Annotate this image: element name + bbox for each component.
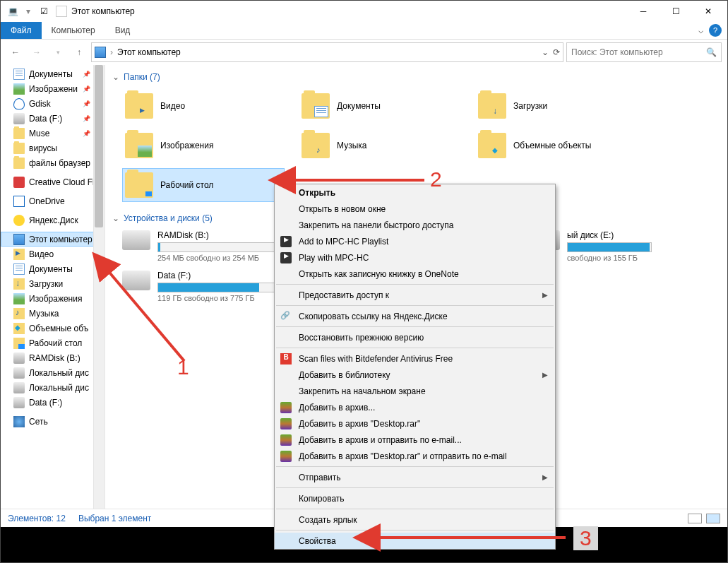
- video-icon: [13, 249, 25, 260]
- context-menu-item[interactable]: BScan files with Bitdefender Antivirus F…: [275, 350, 555, 367]
- folder-item[interactable]: Видео: [122, 89, 285, 123]
- drive-free-text: 119 ГБ свободно из 775 ГБ: [157, 294, 278, 302]
- chevron-down-icon: ⌄: [112, 213, 119, 223]
- up-button[interactable]: ↑: [70, 43, 88, 61]
- tab-view[interactable]: Вид: [105, 22, 141, 39]
- view-tiles-button[interactable]: [706, 514, 720, 523]
- navigation-pane[interactable]: Документы📌Изображени📌Gdisk📌Data (F:)📌Mus…: [1, 65, 105, 509]
- context-menu-item[interactable]: Добавить в архив...: [275, 399, 555, 415]
- close-button[interactable]: ✕: [692, 1, 724, 22]
- sidebar-item[interactable]: Документы: [1, 261, 105, 276]
- bd-icon: B: [280, 353, 292, 365]
- folder-item[interactable]: Рабочий стол: [122, 168, 285, 202]
- context-menu-label: Копировать: [299, 494, 345, 504]
- fold-icon: [13, 158, 25, 169]
- disk-icon: [13, 352, 25, 364]
- sidebar-item[interactable]: Яндекс.Диск: [1, 213, 105, 227]
- sidebar-item[interactable]: Изображения: [1, 291, 105, 306]
- context-menu-item[interactable]: Открыть как записную книжку в OneNote: [275, 266, 555, 282]
- sidebar-item[interactable]: RAMDisk (B:): [1, 350, 105, 365]
- context-menu-item[interactable]: Открыть в новом окне: [275, 201, 555, 217]
- history-dropdown[interactable]: ▾: [49, 43, 67, 61]
- view-details-button[interactable]: [688, 514, 702, 523]
- folder-label: Документы: [337, 101, 381, 111]
- context-menu-label: Открыть: [299, 188, 335, 198]
- drive-usage-bar: [157, 242, 278, 252]
- drive-icon: [122, 271, 150, 290]
- cloud-icon: [13, 98, 25, 109]
- qat-dropdown-icon[interactable]: ▾: [22, 5, 35, 18]
- context-menu[interactable]: ОткрытьОткрыть в новом окнеЗакрепить на …: [274, 184, 556, 550]
- folder-item[interactable]: Объемные объекты: [475, 129, 638, 162]
- drive-item[interactable]: Data (F:)119 ГБ свободно из 775 ГБ: [122, 271, 278, 302]
- context-menu-item[interactable]: ▶Play with MPC-HC: [275, 249, 555, 266]
- context-menu-item[interactable]: Копировать: [275, 490, 555, 506]
- context-menu-item[interactable]: Закрепить на начальном экране: [275, 383, 555, 399]
- sidebar-item[interactable]: Muse📌: [1, 126, 105, 141]
- group-folders-header[interactable]: ⌄ Папки (7): [112, 68, 720, 86]
- context-menu-label: Add to MPC-HC Playlist: [299, 237, 388, 247]
- context-menu-label: Скопировать ссылку на Яндекс.Диске: [299, 312, 448, 321]
- folder-item[interactable]: Изображения: [122, 129, 285, 162]
- sidebar-item[interactable]: Рабочий стол: [1, 336, 105, 350]
- help-icon[interactable]: ?: [709, 24, 722, 37]
- context-menu-item[interactable]: Добавить в архив и отправить по e-mail..…: [275, 432, 555, 448]
- context-menu-item[interactable]: Создать ярлык: [275, 511, 555, 528]
- sidebar-item[interactable]: Data (F:): [1, 395, 105, 410]
- drive-free-text: 254 МБ свободно из 254 МБ: [157, 254, 278, 262]
- sidebar-item-label: Локальный дис: [29, 383, 89, 393]
- context-menu-item[interactable]: Закрепить на панели быстрого доступа: [275, 217, 555, 233]
- sidebar-item[interactable]: Документы📌: [1, 66, 105, 81]
- sidebar-item[interactable]: Музыка: [1, 306, 105, 321]
- search-input[interactable]: Поиск: Этот компьютер 🔍: [566, 42, 722, 62]
- sidebar-item[interactable]: OneDrive: [1, 194, 105, 208]
- sidebar-item[interactable]: Data (F:)📌: [1, 111, 105, 126]
- folder-item[interactable]: Документы: [299, 89, 461, 123]
- sidebar-item-label: Data (F:): [29, 398, 62, 408]
- refresh-icon[interactable]: ⟳: [553, 47, 560, 57]
- context-menu-item[interactable]: Добавить в архив "Desktop.rar": [275, 415, 555, 432]
- folder-item[interactable]: Загрузки: [475, 89, 638, 123]
- back-button[interactable]: ←: [6, 43, 25, 61]
- sidebar-item[interactable]: Этот компьютер: [1, 232, 105, 247]
- context-menu-item[interactable]: 🔗Скопировать ссылку на Яндекс.Диске: [275, 308, 555, 324]
- ribbon-expand-icon[interactable]: ⌵: [698, 25, 703, 35]
- sidebar-item[interactable]: Загрузки: [1, 276, 105, 291]
- sidebar-item[interactable]: Сеть: [1, 414, 105, 429]
- context-menu-item[interactable]: Восстановить прежнюю версию: [275, 329, 555, 345]
- sidebar-item[interactable]: Локальный дис: [1, 365, 105, 380]
- music-icon: [13, 308, 25, 319]
- context-menu-item[interactable]: Добавить в библиотеку▶: [275, 367, 555, 383]
- sidebar-item[interactable]: Видео: [1, 247, 105, 261]
- sidebar-item[interactable]: вирусы: [1, 141, 105, 155]
- context-menu-label: Добавить в библиотеку: [299, 370, 390, 380]
- sidebar-item[interactable]: Gdisk📌: [1, 96, 105, 111]
- context-menu-item[interactable]: ▶Add to MPC-HC Playlist: [275, 233, 555, 249]
- context-menu-item[interactable]: Отправить▶: [275, 469, 555, 485]
- folder-item[interactable]: Музыка: [299, 129, 461, 162]
- sidebar-item[interactable]: файлы браузер: [1, 155, 105, 170]
- sidebar-scrollbar[interactable]: [93, 65, 105, 509]
- obj-icon: [13, 323, 25, 334]
- breadcrumb-dropdown-icon[interactable]: ⌄: [542, 47, 549, 57]
- sidebar-item[interactable]: Creative Cloud Fil: [1, 174, 105, 189]
- properties-icon[interactable]: ☑: [37, 5, 50, 18]
- drive-item[interactable]: RAMDisk (B:)254 МБ свободно из 254 МБ: [122, 230, 278, 262]
- context-menu-label: Закрепить на начальном экране: [299, 386, 426, 396]
- tab-computer[interactable]: Компьютер: [42, 22, 105, 39]
- context-menu-item[interactable]: Предоставить доступ к▶: [275, 287, 555, 303]
- context-menu-item[interactable]: Добавить в архив "Desktop.rar" и отправи…: [275, 448, 555, 464]
- forward-button[interactable]: →: [28, 43, 46, 61]
- sidebar-item[interactable]: Изображени📌: [1, 81, 105, 96]
- sidebar-item[interactable]: Локальный дис: [1, 380, 105, 395]
- breadcrumb[interactable]: › Этот компьютер ⌄⟳: [91, 42, 563, 62]
- minimize-button[interactable]: ─: [627, 1, 660, 22]
- context-menu-item[interactable]: Открыть: [275, 184, 555, 201]
- maximize-button[interactable]: ☐: [660, 1, 692, 22]
- sidebar-item[interactable]: Объемные объ: [1, 321, 105, 336]
- tab-file[interactable]: Файл: [1, 22, 42, 39]
- cc-icon: [13, 177, 25, 188]
- folder-icon: [302, 133, 330, 158]
- context-menu-item[interactable]: Свойства: [275, 533, 555, 549]
- folder-label: Изображения: [160, 141, 213, 150]
